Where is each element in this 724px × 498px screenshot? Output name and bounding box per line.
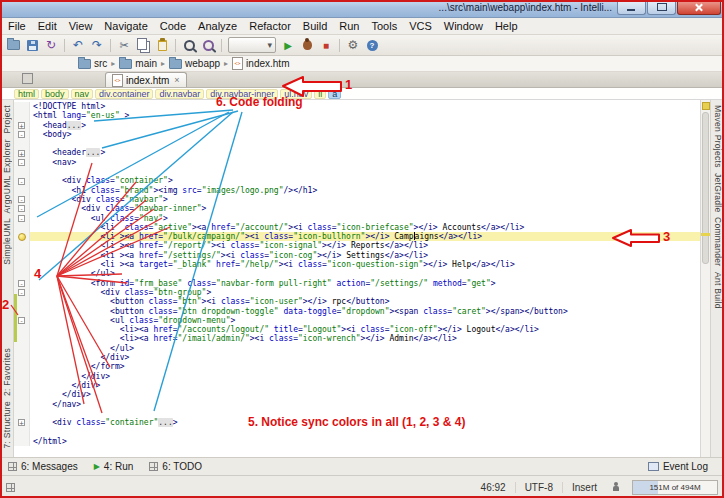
menu-window[interactable]: Window — [438, 19, 489, 33]
code-line[interactable]: <button class="btn dropdown-toggle" data… — [14, 307, 700, 316]
code-line[interactable]: <li><a href="/accounts/logout/" title="L… — [14, 325, 700, 334]
fold-marker[interactable]: - — [18, 131, 25, 138]
fold-marker[interactable]: - — [18, 205, 25, 212]
code-line[interactable]: </ul> — [14, 269, 700, 278]
folded-region[interactable]: ... — [86, 148, 100, 157]
tool-tab-simpleuml[interactable]: SimpleUML — [2, 218, 12, 265]
code-line[interactable]: </div> — [14, 353, 700, 362]
code-line[interactable]: - <div class="btn-group"> — [14, 288, 700, 297]
scrollbar-thumb[interactable] — [702, 112, 709, 264]
copy-icon[interactable] — [134, 37, 152, 54]
tool-tab-ant-build[interactable]: Ant Build — [713, 272, 723, 309]
open-project-icon[interactable] — [4, 37, 22, 54]
run-icon[interactable]: ▶ — [279, 37, 297, 54]
menu-help[interactable]: Help — [489, 19, 524, 33]
navbar-item-webapp[interactable]: webapp — [167, 58, 222, 69]
code-line[interactable] — [14, 427, 700, 436]
breadcrumb-body[interactable]: body — [41, 89, 69, 99]
undo-icon[interactable]: ↶ — [69, 37, 87, 54]
fold-marker[interactable]: - — [18, 196, 25, 203]
error-stripe-mark[interactable] — [701, 233, 710, 236]
code-line[interactable] — [14, 167, 700, 176]
tool-tab-7-structure[interactable]: 7: Structure — [2, 401, 12, 449]
fold-marker[interactable]: + — [18, 122, 25, 129]
fold-marker[interactable]: - — [18, 317, 25, 324]
breadcrumb-div-navbar-inner[interactable]: div.navbar-inner — [206, 89, 278, 99]
breadcrumb-ul-nav[interactable]: ul.nav — [280, 89, 312, 99]
intention-bulb-icon[interactable] — [18, 233, 26, 241]
code-line[interactable]: <!DOCTYPE html> — [14, 102, 700, 111]
code-line[interactable]: + <header...> — [14, 148, 700, 157]
code-line[interactable]: - <div class="container"> — [14, 176, 700, 185]
code-line[interactable]: - <div class="navbar-inner"> — [14, 204, 700, 213]
fold-marker[interactable]: - — [18, 159, 25, 166]
folded-region[interactable]: ... — [67, 121, 81, 130]
code-line[interactable]: </div> — [14, 390, 700, 399]
code-line[interactable]: <li ><a target="_blank" href="/help/"><i… — [14, 260, 700, 269]
tool-tab-argouml-explorer[interactable]: ArgoUML Explorer — [2, 139, 12, 213]
menu-edit[interactable]: Edit — [32, 19, 63, 33]
navbar-item-index-htm[interactable]: index.htm — [230, 57, 291, 70]
menu-build[interactable]: Build — [297, 19, 333, 33]
code-line[interactable]: - <form id="frm_base" class="navbar-form… — [14, 279, 700, 288]
help-icon[interactable] — [363, 37, 381, 54]
fold-marker[interactable]: - — [18, 215, 25, 222]
code-line[interactable] — [14, 139, 700, 148]
breadcrumb-html[interactable]: html — [14, 89, 39, 99]
tool-tab-6-todo[interactable]: 6: TODO — [149, 461, 202, 472]
run-config-select[interactable]: ▾ — [228, 37, 276, 53]
close-button[interactable] — [677, 0, 721, 15]
inspection-profile-icon[interactable] — [612, 482, 620, 492]
cut-icon[interactable]: ✂ — [115, 37, 133, 54]
code-line[interactable]: <li><a href="/imail/admin/"><i class="ic… — [14, 334, 700, 343]
code-line[interactable]: </html> — [14, 437, 700, 446]
tab-close-icon[interactable]: × — [174, 76, 179, 85]
code-line[interactable]: + <div class="container"...> — [14, 418, 700, 427]
code-line[interactable]: </nav> — [14, 400, 700, 409]
toolwindow-toggle-icon[interactable] — [6, 483, 15, 492]
event-log-button[interactable]: Event Log — [648, 461, 708, 472]
navbar-item-src[interactable]: src — [76, 58, 109, 69]
code-area[interactable]: <!DOCTYPE html><html lang="en-us" >+ <he… — [14, 102, 700, 446]
code-line[interactable]: <li ><a href="/report/"><i class="icon-s… — [14, 241, 700, 250]
tool-tab-2-favorites[interactable]: 2: Favorites — [2, 348, 12, 396]
code-line[interactable]: - <ul class="nav"> — [14, 214, 700, 223]
minimize-button[interactable] — [617, 0, 646, 15]
menu-refactor[interactable]: Refactor — [243, 19, 297, 33]
debug-icon[interactable] — [298, 37, 316, 54]
code-line[interactable]: </ul> — [14, 344, 700, 353]
file-encoding[interactable]: UTF-8 — [515, 482, 562, 493]
settings-icon[interactable]: ⚙ — [344, 37, 362, 54]
code-line[interactable]: </div> — [14, 372, 700, 381]
memory-indicator[interactable]: 151M of 494M — [632, 480, 718, 495]
code-line[interactable]: <h1 class="brand"><img src="images/logo.… — [14, 186, 700, 195]
breadcrumb-nav[interactable]: nav — [71, 89, 94, 99]
tab-index-htm[interactable]: index.htm × — [105, 72, 187, 87]
breadcrumb-div-container[interactable]: div.container — [95, 89, 153, 99]
code-line[interactable]: </form> — [14, 362, 700, 371]
editor[interactable]: <!DOCTYPE html><html lang="en-us" >+ <he… — [14, 100, 710, 457]
folded-region[interactable]: ... — [158, 418, 172, 427]
fold-marker[interactable]: + — [18, 150, 25, 157]
menu-navigate[interactable]: Navigate — [98, 19, 153, 33]
code-line[interactable]: - <nav> — [14, 158, 700, 167]
tool-tab-jetgradle[interactable]: JetGradle — [713, 173, 723, 213]
fold-marker[interactable]: - — [18, 289, 25, 296]
code-line[interactable] — [14, 409, 700, 418]
menu-vcs[interactable]: VCS — [403, 19, 438, 33]
menu-code[interactable]: Code — [154, 19, 192, 33]
breadcrumb-a[interactable]: a — [328, 89, 341, 99]
code-line[interactable]: <html lang="en-us" > — [14, 111, 700, 120]
code-line[interactable]: - <ul class="dropdown-menu"> — [14, 316, 700, 325]
synchronize-icon[interactable]: ↻ — [42, 37, 60, 54]
insert-mode[interactable]: Insert — [562, 482, 606, 493]
replace-icon[interactable] — [199, 37, 217, 54]
tool-tab-4-run[interactable]: ▶4: Run — [94, 461, 134, 472]
editor-scrollbar[interactable] — [700, 100, 710, 457]
save-all-icon[interactable] — [23, 37, 41, 54]
fold-marker[interactable]: + — [18, 419, 25, 426]
code-line[interactable]: <li class="active"><a href="/account/"><… — [14, 223, 700, 232]
tool-tab-commander[interactable]: Commander — [713, 217, 723, 266]
code-line[interactable]: <li ><a href="/settings/"><i class="icon… — [14, 251, 700, 260]
code-line[interactable]: </div> — [14, 381, 700, 390]
